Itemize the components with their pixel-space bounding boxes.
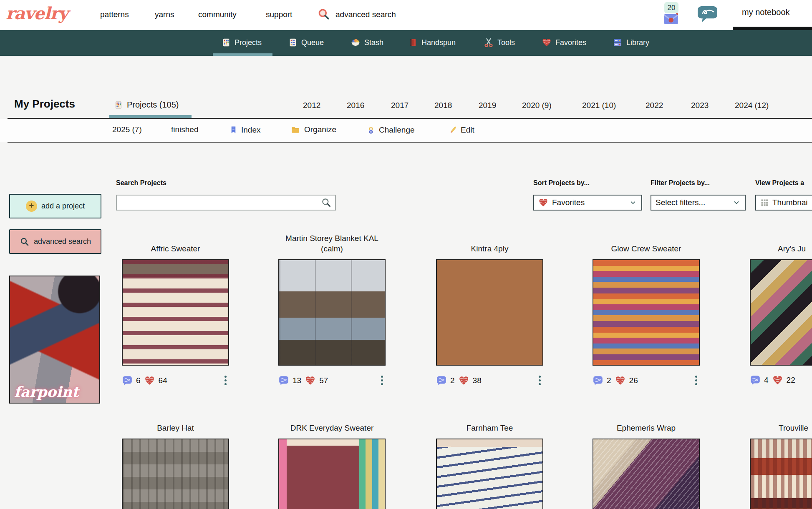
tab-finished-label: finished bbox=[171, 125, 199, 134]
tab-challenge[interactable]: Challenge bbox=[367, 125, 415, 135]
project-photo[interactable] bbox=[593, 259, 700, 366]
project-card-drk: DRK Everyday Sweater bbox=[278, 423, 386, 509]
project-photo[interactable] bbox=[278, 439, 386, 509]
my-notebook-link[interactable]: my notebook bbox=[742, 8, 790, 17]
chevron-down-icon bbox=[732, 198, 741, 207]
tab-year-2025-label: 2025 (7) bbox=[112, 125, 142, 134]
tab-handspun[interactable]: Handspun bbox=[409, 38, 456, 48]
tab-finished[interactable]: finished bbox=[171, 125, 199, 134]
tab-year-2023[interactable]: 2023 bbox=[691, 101, 709, 110]
tab-year-2024[interactable]: 2024 (12) bbox=[735, 101, 769, 110]
project-title[interactable]: Farnham Tee bbox=[436, 423, 543, 434]
project-photo[interactable] bbox=[436, 439, 543, 509]
favorites-heart-icon bbox=[615, 375, 626, 386]
messages-count-badge[interactable]: 20 bbox=[664, 2, 678, 13]
favorites-heart-icon bbox=[458, 375, 469, 386]
project-card-barley: Barley Hat bbox=[122, 423, 229, 509]
tab-edit[interactable]: Edit bbox=[449, 125, 474, 135]
advanced-search-link[interactable]: advanced search bbox=[335, 10, 396, 19]
advanced-search-button[interactable]: advanced search bbox=[9, 229, 101, 254]
filter-projects-select[interactable]: Select filters... bbox=[651, 195, 746, 211]
farpoint-pattern-ad[interactable]: farpoint bbox=[9, 276, 100, 404]
project-title[interactable]: Trouville bbox=[750, 423, 812, 434]
tab-favorites-label: Favorites bbox=[555, 38, 586, 47]
notebook-navbar: Projects Queue Stash Handspun bbox=[0, 30, 812, 56]
card-menu-button[interactable] bbox=[693, 375, 700, 386]
tab-year-2016[interactable]: 2016 bbox=[347, 101, 364, 110]
project-photo[interactable] bbox=[122, 259, 229, 366]
filter-selected-value: Select filters... bbox=[656, 198, 705, 207]
project-title[interactable]: Kintra 4ply bbox=[436, 232, 543, 254]
tab-library[interactable]: Library bbox=[613, 38, 649, 48]
tab-tools[interactable]: Tools bbox=[484, 38, 515, 48]
tab-year-2022[interactable]: 2022 bbox=[646, 101, 663, 110]
tab-index-label: Index bbox=[241, 125, 260, 135]
view-projects-label: View Projects a bbox=[755, 179, 804, 187]
ravelry-logo[interactable]: ravelry bbox=[6, 3, 68, 23]
chat-bubble-icon[interactable] bbox=[698, 5, 719, 23]
search-projects-field bbox=[116, 195, 336, 211]
project-title[interactable]: Martin Storey Blanket KAL (calm) bbox=[278, 232, 386, 254]
view-projects-select[interactable]: Thumbnai bbox=[755, 195, 812, 211]
nav-support[interactable]: support bbox=[266, 10, 292, 19]
tab-favorites[interactable]: Favorites bbox=[542, 38, 586, 48]
project-photo[interactable] bbox=[278, 259, 386, 366]
tab-projects-label: Projects bbox=[235, 38, 262, 47]
page-title: My Projects bbox=[14, 98, 75, 110]
project-card-martin-storey: Martin Storey Blanket KAL (calm) 13 57 bbox=[278, 232, 386, 386]
tab-year-2012[interactable]: 2012 bbox=[303, 101, 320, 110]
filter-projects-label: Filter Projects by... bbox=[651, 179, 710, 187]
tab-challenge-label: Challenge bbox=[379, 125, 415, 135]
project-photo[interactable] bbox=[750, 439, 812, 509]
project-meta: 4 22 bbox=[750, 375, 812, 386]
nav-patterns[interactable]: patterns bbox=[100, 10, 129, 19]
sort-projects-select[interactable]: Favorites bbox=[533, 195, 642, 211]
add-a-project-button[interactable]: + add a project bbox=[9, 194, 101, 218]
thumbnail-grid-icon bbox=[760, 198, 769, 207]
card-menu-button[interactable] bbox=[378, 375, 386, 386]
tab-year-2017[interactable]: 2017 bbox=[391, 101, 409, 110]
handspun-spool-icon bbox=[409, 38, 418, 48]
project-photo[interactable] bbox=[436, 259, 543, 366]
project-title[interactable]: Ary's Ju bbox=[750, 232, 812, 254]
nav-community[interactable]: community bbox=[198, 10, 237, 19]
tab-organize[interactable]: Organize bbox=[290, 125, 336, 134]
favorites-heart-icon bbox=[144, 375, 155, 386]
project-title[interactable]: Ephemeris Wrap bbox=[593, 423, 700, 434]
plus-icon: + bbox=[26, 201, 37, 212]
project-title[interactable]: Glow Crew Sweater bbox=[593, 232, 700, 254]
project-photo[interactable] bbox=[122, 439, 229, 509]
tab-index[interactable]: Index bbox=[229, 125, 260, 135]
library-books-icon bbox=[613, 38, 623, 48]
nav-yarns[interactable]: yarns bbox=[155, 10, 174, 19]
tab-year-2021[interactable]: 2021 (10) bbox=[582, 101, 616, 110]
tab-year-2018[interactable]: 2018 bbox=[434, 101, 452, 110]
search-projects-input[interactable] bbox=[117, 198, 321, 207]
top-header: ravelry patterns yarns community support… bbox=[0, 0, 812, 30]
search-icon[interactable] bbox=[317, 8, 330, 21]
card-menu-button[interactable] bbox=[536, 375, 543, 386]
search-icon[interactable] bbox=[321, 197, 332, 208]
card-menu-button[interactable] bbox=[222, 375, 229, 386]
project-title[interactable]: DRK Everyday Sweater bbox=[278, 423, 386, 434]
tab-tools-label: Tools bbox=[497, 38, 515, 47]
envelope-icon[interactable] bbox=[663, 13, 679, 25]
projects-count-tab[interactable]: Projects (105) bbox=[114, 100, 179, 110]
tab-queue[interactable]: Queue bbox=[288, 38, 324, 48]
tab-year-2020[interactable]: 2020 (9) bbox=[522, 101, 552, 110]
project-photo[interactable] bbox=[750, 259, 812, 366]
project-title[interactable]: Barley Hat bbox=[122, 423, 229, 434]
comments-count: 2 bbox=[607, 376, 611, 385]
tab-year-2019[interactable]: 2019 bbox=[479, 101, 496, 110]
heart-yarn-icon bbox=[538, 198, 548, 208]
tab-projects[interactable]: Projects bbox=[222, 38, 262, 48]
edit-pencil-icon bbox=[449, 125, 457, 135]
ravelry-projects-page: ravelry patterns yarns community support… bbox=[0, 0, 812, 509]
projects-count-label: Projects (105) bbox=[127, 100, 179, 110]
comments-icon bbox=[278, 375, 289, 386]
project-photo[interactable] bbox=[593, 439, 700, 509]
favorites-count: 64 bbox=[159, 376, 167, 385]
tab-year-2025[interactable]: 2025 (7) bbox=[112, 125, 142, 134]
tab-stash[interactable]: Stash bbox=[351, 38, 383, 48]
project-title[interactable]: Affric Sweater bbox=[122, 232, 229, 254]
